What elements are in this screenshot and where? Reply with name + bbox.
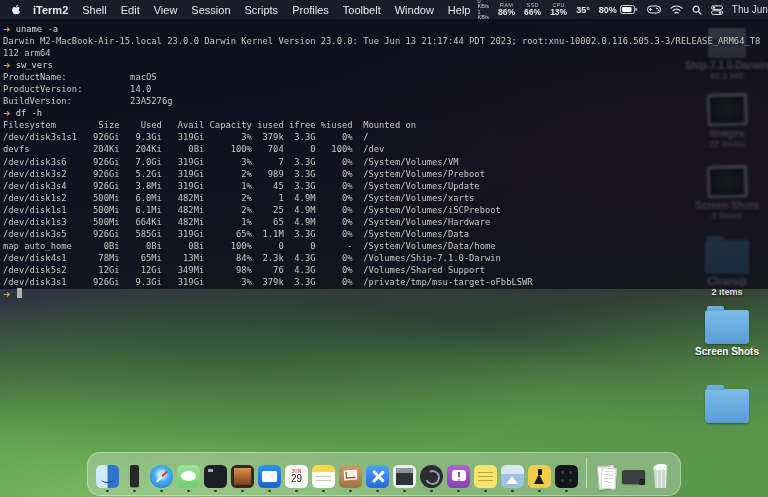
desktop-icon-folder[interactable] — [681, 385, 768, 423]
control-center-icon[interactable] — [711, 5, 723, 15]
running-indicator-dot — [322, 490, 325, 493]
ram-value: 86% — [498, 8, 515, 17]
dock-item-finder[interactable] — [95, 465, 120, 492]
game-controller-icon[interactable] — [647, 5, 661, 14]
dock-item-calendar[interactable]: JUN29 — [284, 465, 309, 492]
apple-menu-icon[interactable] — [10, 3, 22, 17]
dock-item-photo-landscape[interactable] — [500, 465, 525, 492]
dock-item-safari[interactable] — [149, 465, 174, 492]
menu-view[interactable]: View — [147, 4, 185, 16]
menu-toolbelt[interactable]: Toolbelt — [336, 4, 388, 16]
dock-item-downloads[interactable] — [594, 465, 619, 492]
terminal-table-header: Filesystem Size Used Avail Capacity iuse… — [3, 119, 768, 131]
terminal-table-row: devfs 204Ki 204Ki 0Bi 100% 704 0 100% /d… — [3, 143, 768, 155]
terminal-table-row: /dev/disk1s1 500Mi 6.1Mi 482Mi 2% 25 4.9… — [3, 204, 768, 216]
running-indicator-dot — [565, 490, 568, 493]
dock-item-toolbox[interactable] — [365, 465, 390, 492]
terminal-table-row: /dev/disk3s5 926Gi 585Gi 319Gi 65% 1.1M … — [3, 228, 768, 240]
running-indicator-dot — [484, 490, 487, 493]
dock-item-preview[interactable] — [338, 465, 363, 492]
dock-item-stickies[interactable] — [473, 465, 498, 492]
beta-flask-icon — [528, 465, 551, 488]
dock-item-photo-booth[interactable] — [230, 465, 255, 492]
menu-profiles[interactable]: Profiles — [285, 4, 336, 16]
dock-item-messages[interactable] — [176, 465, 201, 492]
terminal-window[interactable]: ➜ uname -aDarwin M2-MacBook-Air-15.local… — [0, 19, 768, 289]
swirl-icon — [420, 465, 443, 488]
ram-widget[interactable]: RAM 86% — [498, 3, 515, 17]
temperature-widget[interactable]: 35° — [576, 5, 590, 15]
dock-item-feedback[interactable] — [446, 465, 471, 492]
dock-item-iterm2[interactable] — [203, 465, 228, 492]
spotlight-search-icon[interactable] — [692, 5, 702, 15]
terminal-prompt-line: ➜ — [3, 288, 768, 300]
cpu-value: 13% — [550, 8, 567, 17]
terminal-table-row: /dev/disk3s2 926Gi 5.2Gi 319Gi 2% 989 3.… — [3, 168, 768, 180]
dock-item-mail[interactable] — [257, 465, 282, 492]
menu-window[interactable]: Window — [388, 4, 441, 16]
preview-icon — [339, 465, 362, 488]
terminal-table-row: /dev/disk3s1 926Gi 9.3Gi 319Gi 3% 379k 3… — [3, 276, 768, 288]
running-indicator-dot — [106, 490, 109, 493]
dock-item-screenshot-stack[interactable] — [392, 465, 417, 492]
dock-item-swirl[interactable] — [419, 465, 444, 492]
menu-shell[interactable]: Shell — [75, 4, 113, 16]
calendar-day-label: 29 — [291, 474, 302, 484]
dock-item-minimized[interactable] — [621, 465, 646, 492]
dock-item-notes[interactable] — [311, 465, 336, 492]
battery-percent: 80% — [599, 5, 617, 15]
dock-divider — [586, 458, 587, 488]
running-indicator-dot — [376, 490, 379, 493]
running-indicator-dot — [511, 490, 514, 493]
dark-utility-icon — [123, 465, 146, 488]
menu-edit[interactable]: Edit — [114, 4, 147, 16]
desktop-icon-screen-shots[interactable]: Screen Shots — [681, 306, 768, 357]
running-indicator-dot — [430, 490, 433, 493]
downloads-icon — [595, 465, 618, 488]
network-speed-widget[interactable]: 0 KB/s 1 KB/s — [477, 0, 489, 21]
toolbox-icon — [366, 465, 389, 488]
terminal-command-line: ➜ uname -a — [3, 23, 768, 35]
terminal-table-row: /dev/disk4s1 78Mi 65Mi 13Mi 84% 2.3k 4.3… — [3, 252, 768, 264]
ssd-value: 66% — [524, 8, 541, 17]
mail-icon — [258, 465, 281, 488]
terminal-output-line: ProductVersion: 14.0 — [3, 83, 768, 95]
menu-bar-status: 0 KB/s 1 KB/s RAM 86% SSD 66% CPU 13% 35… — [477, 0, 768, 21]
terminal-output-line: Darwin M2-MacBook-Air-15.local 23.0.0 Da… — [3, 35, 768, 47]
folder-icon — [705, 389, 749, 423]
running-indicator-dot — [214, 490, 217, 493]
menu-bar: iTerm2 ShellEditViewSessionScriptsProfil… — [0, 0, 768, 19]
dock: JUN29 — [87, 452, 681, 496]
menu-bar-left: iTerm2 ShellEditViewSessionScriptsProfil… — [0, 3, 477, 17]
menu-help[interactable]: Help — [441, 4, 478, 16]
menu-session[interactable]: Session — [184, 4, 237, 16]
dock-item-dark-utility[interactable] — [122, 465, 147, 492]
battery-icon — [620, 5, 638, 14]
running-indicator-dot — [268, 490, 271, 493]
dock-item-trash[interactable] — [648, 465, 673, 492]
cpu-widget[interactable]: CPU 13% — [550, 3, 567, 17]
terminal-table-row: /dev/disk1s3 500Mi 664Ki 482Mi 1% 65 4.9… — [3, 216, 768, 228]
iterm2-icon — [204, 465, 227, 488]
menu-app-name[interactable]: iTerm2 — [26, 4, 75, 16]
terminal-table-row: /dev/disk3s1s1 926Gi 9.3Gi 319Gi 3% 379k… — [3, 131, 768, 143]
menu-scripts[interactable]: Scripts — [238, 4, 286, 16]
messages-icon — [177, 465, 200, 488]
terminal-command-line: ➜ df -h — [3, 107, 768, 119]
terminal-command-line: ➜ sw_vers — [3, 59, 768, 71]
running-indicator-dot — [241, 490, 244, 493]
wifi-icon[interactable] — [670, 5, 683, 15]
terminal-cursor — [17, 288, 22, 298]
terminal-output-line: BuildVersion: 23A5276g — [3, 95, 768, 107]
running-indicator-dot — [133, 490, 136, 493]
battery-widget[interactable]: 80% — [599, 5, 638, 15]
menu-bar-clock[interactable]: Thu Jun 29 8:49 AM — [732, 4, 768, 15]
terminal-table-row: map auto_home 0Bi 0Bi 0Bi 100% 0 0 - /Sy… — [3, 240, 768, 252]
ssd-widget[interactable]: SSD 66% — [524, 3, 541, 17]
safari-icon — [150, 465, 173, 488]
photo-landscape-icon — [501, 465, 524, 488]
dock-item-dark-app[interactable] — [554, 465, 579, 492]
trash-icon — [649, 465, 672, 488]
dock-item-beta-flask[interactable] — [527, 465, 552, 492]
terminal-output-line: 112 arm64 — [3, 47, 768, 59]
